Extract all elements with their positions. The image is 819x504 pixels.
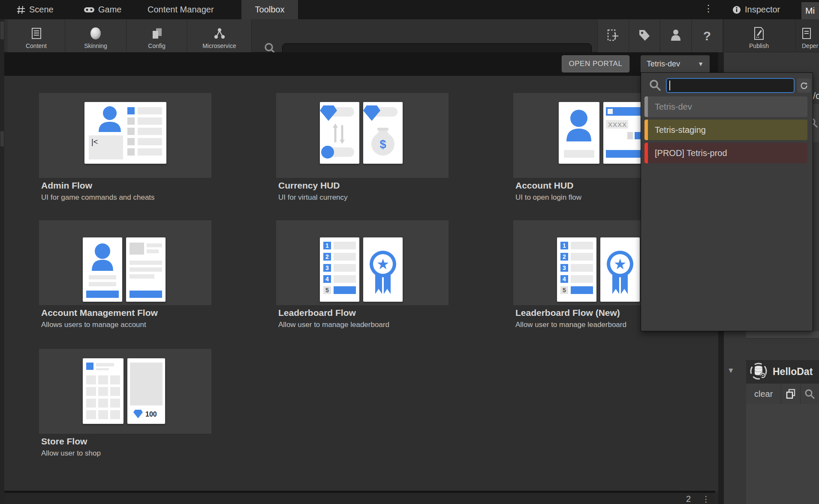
help-button[interactable]: ?: [691, 19, 723, 52]
card-subtitle: UI for virtual currency: [278, 193, 348, 202]
dependencies-icon: [802, 27, 811, 40]
dock-notch[interactable]: [0, 131, 4, 147]
card-subtitle: UI to open login flow: [515, 193, 581, 202]
tab-game-label: Game: [98, 5, 121, 15]
network-icon: [214, 27, 226, 40]
category-config[interactable]: Config: [126, 19, 187, 52]
card-currency-hud[interactable]: $: [276, 93, 449, 178]
footer-kebab-menu[interactable]: ⋮: [702, 494, 710, 504]
dependencies-button[interactable]: Deper: [795, 19, 819, 52]
page-indicator: 2: [686, 494, 691, 504]
category-content[interactable]: Content: [8, 19, 65, 52]
card-subtitle: Allows users to manage account: [41, 321, 146, 329]
dock-notch[interactable]: [0, 21, 4, 39]
tab-content-manager-label: Content Manager: [148, 5, 214, 15]
user-button[interactable]: [660, 19, 691, 52]
unity-editor-window: Scene Game Content Manager Toolbox ⋮: [0, 0, 819, 504]
rank-number: 2: [325, 253, 329, 260]
card-title: Account HUD: [515, 180, 573, 191]
card-title: Admin Flow: [41, 180, 92, 191]
price-label: 100: [145, 411, 157, 418]
dependencies-button-label: Deper: [802, 42, 818, 49]
gamepad-icon: [84, 3, 94, 17]
rank-number: 5: [563, 287, 566, 294]
tab-game[interactable]: Game: [78, 0, 127, 19]
tab-content-manager[interactable]: Content Manager: [142, 0, 220, 19]
tab-inspector[interactable]: Inspector: [726, 0, 786, 19]
publish-button[interactable]: Publish: [724, 19, 794, 52]
environment-search-input[interactable]: [666, 78, 795, 93]
component-search-button[interactable]: [801, 384, 819, 404]
frame-select-button[interactable]: [597, 19, 629, 52]
store-illustration-left: [83, 358, 123, 424]
tag-icon: [638, 28, 651, 44]
publish-document-icon: [753, 27, 765, 40]
leaderboard-new-illustration-right: ★: [600, 237, 640, 302]
card-account-management-flow[interactable]: [39, 220, 211, 305]
env-option-tetris-prod[interactable]: [PROD] Tetris-prod: [644, 143, 807, 163]
person-icon: [669, 28, 683, 44]
editor-tab-strip: Scene Game Content Manager Toolbox ⋮: [0, 0, 819, 19]
tab-scene-label: Scene: [29, 5, 54, 15]
rank-number: 3: [325, 264, 329, 271]
toolbox-card-grid: |< Admin Flow UI for game commands and c…: [4, 76, 718, 492]
rank-number: 4: [325, 276, 329, 282]
card-leaderboard-flow[interactable]: 1 2 3 4 5 ★: [276, 220, 449, 305]
toolbox-kebab-menu[interactable]: ⋮: [704, 4, 713, 13]
category-microservice[interactable]: Microservice: [187, 19, 252, 52]
environment-dropdown-button[interactable]: Tetris-dev ▼: [641, 55, 710, 72]
account-mgmt-illustration-left: [83, 237, 122, 302]
card-title: Store Flow: [41, 436, 87, 447]
card-subtitle: Allow user to manage leaderboard: [515, 321, 626, 329]
env-option-tetris-staging[interactable]: Tetris-staging: [644, 120, 807, 140]
inspector-toolbar: Publish Deper: [724, 19, 819, 52]
tab-partial-right-label: Mi: [805, 6, 815, 16]
search-icon: [649, 79, 662, 93]
category-skinning[interactable]: Skinning: [65, 19, 126, 52]
card-admin-flow[interactable]: |<: [39, 93, 211, 178]
card-title: Leaderboard Flow (New): [515, 308, 620, 318]
account-hud-illustration-right: XXXX: [603, 102, 643, 164]
card-title: Leaderboard Flow: [278, 308, 356, 318]
clear-button[interactable]: clear: [746, 384, 781, 404]
component-header[interactable]: HelloDat: [746, 360, 819, 384]
env-status-bar: [644, 143, 648, 163]
env-option-label: Tetris-staging: [648, 125, 706, 135]
account-mgmt-illustration-right: [126, 237, 166, 302]
card-title: Currency HUD: [278, 180, 340, 191]
inspector-clipped-button: [746, 331, 819, 339]
env-option-tetris-dev[interactable]: Tetris-dev: [644, 96, 807, 117]
rank-number: 1: [563, 242, 566, 249]
leaderboard-new-illustration-left: 1 2 3 4 5: [557, 237, 596, 302]
card-subtitle: UI for game commands and cheats: [41, 193, 155, 202]
card-store-flow[interactable]: 100: [39, 349, 211, 434]
inspector-clipped-text: /o: [813, 90, 819, 102]
category-microservice-label: Microservice: [202, 42, 236, 49]
account-hud-illustration-left: [559, 102, 599, 164]
refresh-button[interactable]: [797, 78, 811, 93]
rank-number: 1: [325, 242, 329, 249]
currency-hud-illustration-right: $: [363, 102, 403, 164]
tab-partial-right[interactable]: Mi: [801, 2, 819, 19]
tab-toolbox[interactable]: Toolbox: [241, 0, 298, 19]
tab-scene[interactable]: Scene: [11, 0, 60, 19]
card-subtitle: Allow user to shop: [41, 449, 101, 458]
disclosure-triangle-icon[interactable]: ▼: [727, 366, 735, 375]
rank-number: 2: [563, 253, 566, 260]
component-body: [746, 404, 819, 504]
component-title: HelloDat: [773, 366, 813, 378]
pages-icon: [151, 27, 163, 40]
card-title: Account Management Flow: [41, 308, 158, 318]
copy-button[interactable]: [781, 384, 800, 404]
dollar-icon: $: [379, 138, 386, 151]
open-portal-button[interactable]: OPEN PORTAL: [562, 55, 629, 72]
database-component-icon: [749, 362, 768, 382]
tag-button[interactable]: [629, 19, 660, 52]
tab-toolbox-label: Toolbox: [255, 5, 285, 15]
inspector-clipped-search: [813, 104, 819, 142]
rank-number: 3: [563, 264, 566, 271]
category-config-label: Config: [148, 42, 165, 49]
rank-number: 4: [563, 276, 566, 282]
rank-number: 5: [325, 287, 329, 294]
text-cursor: [669, 81, 670, 90]
